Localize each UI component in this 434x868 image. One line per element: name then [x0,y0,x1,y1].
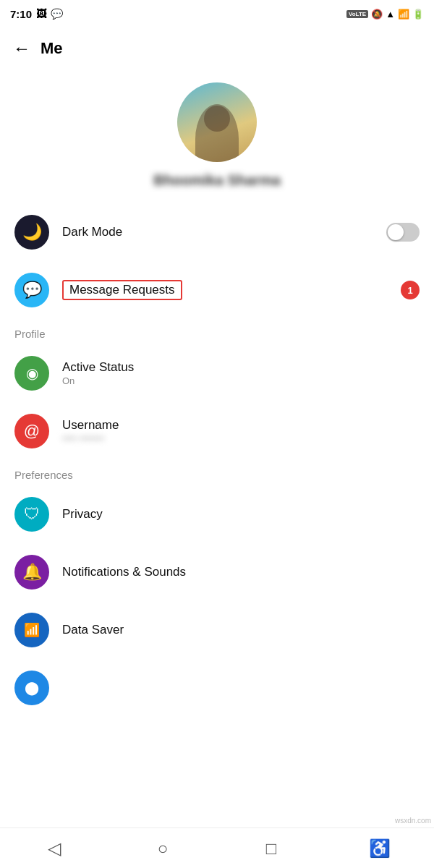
privacy-icon-circle: 🛡 [14,497,49,532]
dark-mode-item[interactable]: 🌙 Dark Mode [0,203,434,261]
time-label: 7:10 [10,8,32,20]
nav-recent-button[interactable]: □ [250,834,293,863]
watermark-text: wsxdn.com [395,817,431,825]
preferences-section-header: Preferences [0,460,434,485]
radio-button-icon: ◉ [26,365,38,382]
wifi-icon: ▲ [386,9,395,20]
nav-home-icon: ○ [158,838,169,859]
messenger-icon: 💬 [51,8,63,20]
avatar[interactable] [177,82,257,162]
bell-icon: 🔔 [22,563,42,582]
notifications-label: Notifications & Sounds [62,565,420,579]
nav-recent-icon: □ [266,838,277,859]
wifi-lock-icon: 📶 [24,622,40,638]
signal-icon: 📶 [398,9,409,20]
active-status-item[interactable]: ◉ Active Status On [0,344,434,402]
data-saver-item[interactable]: 📶 Data Saver [0,601,434,659]
profile-section: Bhoomika Sharma [0,69,434,203]
active-status-col: Active Status On [62,360,420,386]
username-label: Username [62,418,420,433]
shield-icon: 🛡 [24,505,40,524]
username-col: Username •••• ••••••• [62,418,420,444]
volte-badge: VoLTE [346,10,368,18]
message-requests-label: Message Requests [69,283,175,297]
profile-header-label: Profile [14,328,46,340]
dark-mode-icon-circle: 🌙 [14,215,49,250]
back-button[interactable]: ← [13,38,30,59]
notifications-icon-circle: 🔔 [14,555,49,590]
profile-section-header: Profile [0,319,434,344]
dark-mode-label: Dark Mode [62,225,386,239]
chat-bubble-icon: 💬 [22,281,42,299]
nav-home-button[interactable]: ○ [141,834,184,863]
message-requests-badge: 1 [401,281,420,299]
at-icon: @ [24,422,40,441]
notifications-item[interactable]: 🔔 Notifications & Sounds [0,543,434,601]
username-item[interactable]: @ Username •••• ••••••• [0,402,434,460]
top-nav: ← Me [0,27,434,69]
more-item[interactable]: ⬤ [0,659,434,717]
profile-name: Bhoomika Sharma [153,172,281,189]
battery-icon: 🔋 [412,9,424,20]
privacy-item[interactable]: 🛡 Privacy [0,485,434,543]
more-icon-circle: ⬤ [14,671,49,705]
bottom-nav: ◁ ○ □ ♿ [0,827,434,868]
status-bar: 7:10 🖼 💬 VoLTE 🔕 ▲ 📶 🔋 [0,0,434,27]
active-status-icon-circle: ◉ [14,356,49,391]
preferences-header-label: Preferences [14,469,73,481]
avatar-body [195,104,239,162]
data-saver-icon-circle: 📶 [14,613,49,647]
watermark: wsxdn.com [392,815,434,826]
more-icon: ⬤ [25,680,39,696]
nav-back-button[interactable]: ◁ [33,834,76,863]
message-requests-highlight: Message Requests [62,280,182,300]
data-saver-label: Data Saver [62,623,420,637]
nav-back-icon: ◁ [48,838,61,859]
mute-icon: 🔕 [371,9,383,20]
username-value: •••• ••••••• [62,433,420,444]
toggle-knob [388,224,404,240]
username-icon-circle: @ [14,414,49,448]
moon-icon: 🌙 [22,223,42,242]
dark-mode-toggle[interactable] [386,223,420,242]
gallery-icon: 🖼 [36,8,46,20]
message-requests-item[interactable]: 💬 Message Requests 1 [0,261,434,319]
status-time: 7:10 🖼 💬 [10,8,63,20]
message-requests-icon-circle: 💬 [14,273,49,307]
nav-accessibility-button[interactable]: ♿ [358,834,401,863]
page-title: Me [41,39,63,58]
status-icons: VoLTE 🔕 ▲ 📶 🔋 [346,9,424,20]
active-status-sublabel: On [62,375,420,386]
nav-accessibility-icon: ♿ [369,838,391,859]
privacy-label: Privacy [62,507,420,522]
active-status-label: Active Status [62,360,420,375]
